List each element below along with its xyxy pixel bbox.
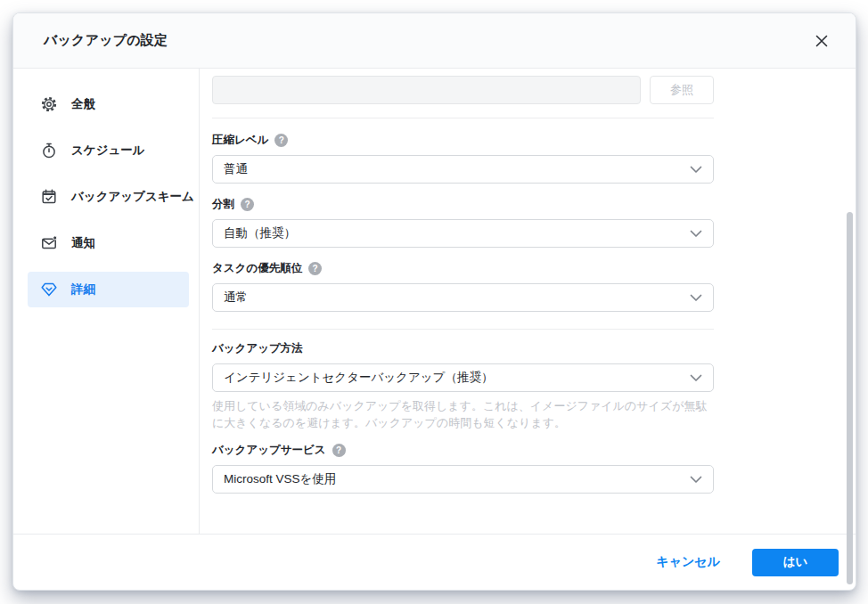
task-priority-label: タスクの優先順位	[212, 261, 302, 276]
compression-level-label: 圧縮レベル	[212, 133, 268, 148]
backup-path-row: 参照	[212, 76, 714, 104]
scrollbar-thumb[interactable]	[847, 212, 853, 584]
split-value: 自動（推奨）	[224, 225, 683, 241]
sidebar-item-schedule[interactable]: スケジュール	[28, 133, 189, 168]
calendar-check-icon	[40, 188, 58, 206]
chevron-down-icon	[690, 230, 702, 238]
stopwatch-icon	[40, 142, 58, 159]
cancel-button[interactable]: キャンセル	[656, 554, 720, 570]
backup-service-group: バックアップサービス ? Microsoft VSSを使用	[212, 443, 714, 494]
help-icon[interactable]: ?	[241, 198, 254, 211]
sidebar-item-notifications[interactable]: 通知	[28, 225, 189, 261]
sidebar-item-label: 通知	[71, 235, 95, 251]
browse-button[interactable]: 参照	[650, 76, 714, 104]
chevron-down-icon	[690, 374, 702, 382]
close-icon	[815, 35, 828, 47]
compression-level-value: 普通	[224, 161, 683, 177]
chevron-down-icon	[690, 294, 702, 302]
task-priority-value: 通常	[224, 290, 683, 306]
sidebar-item-label: スケジュール	[71, 143, 145, 159]
mail-notification-icon	[40, 234, 58, 252]
split-label: 分割	[212, 197, 234, 212]
chevron-down-icon	[690, 476, 702, 484]
backup-method-label: バックアップ方法	[212, 341, 303, 356]
task-priority-select[interactable]: 通常	[212, 283, 714, 312]
backup-settings-dialog: バックアップの設定 全般	[12, 12, 856, 591]
dialog-footer: キャンセル はい	[13, 534, 856, 590]
help-icon[interactable]: ?	[332, 444, 346, 457]
sidebar-item-backup-scheme[interactable]: バックアップスキーム	[28, 179, 189, 215]
backup-service-value: Microsoft VSSを使用	[224, 471, 683, 487]
backup-method-value: インテリジェントセクターバックアップ（推奨）	[224, 370, 683, 386]
section-divider	[212, 329, 714, 330]
section-divider	[212, 118, 714, 118]
backup-path-input[interactable]	[212, 76, 641, 104]
dialog-title: バックアップの設定	[44, 32, 168, 49]
settings-sidebar: 全般 スケジュール バックアップスキーム	[13, 69, 200, 534]
help-icon[interactable]: ?	[308, 262, 322, 275]
compression-level-group: 圧縮レベル ? 普通	[212, 133, 714, 184]
help-icon[interactable]: ?	[274, 134, 288, 147]
sidebar-item-general[interactable]: 全般	[28, 86, 189, 122]
backup-method-group: バックアップ方法 インテリジェントセクターバックアップ（推奨） 使用している領域…	[212, 341, 714, 431]
ok-button[interactable]: はい	[752, 549, 839, 576]
split-select[interactable]: 自動（推奨）	[212, 219, 714, 248]
gear-icon	[40, 95, 58, 113]
chevron-down-icon	[690, 166, 702, 174]
sidebar-item-label: バックアップスキーム	[71, 189, 194, 205]
backup-method-description: 使用している領域のみバックアップを取得します。これは、イメージファイルのサイズが…	[212, 397, 714, 431]
backup-service-select[interactable]: Microsoft VSSを使用	[212, 465, 714, 494]
backup-method-select[interactable]: インテリジェントセクターバックアップ（推奨）	[212, 363, 714, 392]
compression-level-select[interactable]: 普通	[212, 155, 714, 184]
settings-content: 参照 圧縮レベル ? 普通	[200, 69, 856, 534]
dialog-body: 全般 スケジュール バックアップスキーム	[13, 69, 856, 534]
sidebar-item-advanced[interactable]: 詳細	[28, 272, 189, 307]
sidebar-item-label: 詳細	[71, 282, 95, 298]
gem-icon	[40, 281, 58, 298]
task-priority-group: タスクの優先順位 ? 通常	[212, 261, 714, 312]
backup-service-label: バックアップサービス	[212, 443, 326, 458]
dialog-header: バックアップの設定	[13, 13, 856, 69]
sidebar-item-label: 全般	[71, 96, 95, 112]
close-button[interactable]	[809, 29, 834, 53]
split-group: 分割 ? 自動（推奨）	[212, 197, 714, 248]
